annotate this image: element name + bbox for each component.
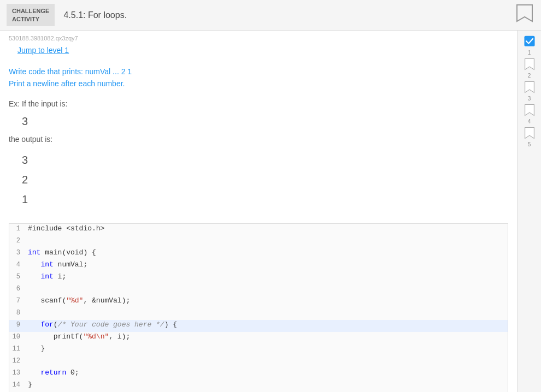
output-values: 3 2 1 xyxy=(9,146,508,212)
line-number-1: 1 xyxy=(9,224,26,233)
line-number-6: 6 xyxy=(9,284,26,293)
code-line-11: 11 } xyxy=(9,344,508,356)
line-code-8 xyxy=(26,308,508,317)
svg-marker-5 xyxy=(525,128,534,139)
line-code-13: return 0; xyxy=(26,369,508,377)
svg-marker-4 xyxy=(525,105,534,116)
content-area: 530188.3981082.qx3zqy7 Jump to level 1 W… xyxy=(0,31,517,392)
main-layout: 530188.3981082.qx3zqy7 Jump to level 1 W… xyxy=(0,31,541,392)
svg-marker-0 xyxy=(517,5,532,21)
line-code-14: } xyxy=(26,381,508,389)
output-value-3: 1 xyxy=(22,189,508,209)
code-line-4: 4 int numVal; xyxy=(9,260,508,272)
level-badge-2[interactable]: 2 xyxy=(521,58,538,79)
header-flag-icon xyxy=(515,4,534,27)
level-num-2: 2 xyxy=(528,73,531,79)
code-line-8: 8 xyxy=(9,308,508,320)
level-inactive-icon-3 xyxy=(522,81,537,95)
code-line-14: 14} xyxy=(9,380,508,392)
line-code-10: printf("%d\n", i); xyxy=(26,332,508,341)
code-line-7: 7 scanf("%d", &numVal); xyxy=(9,296,508,308)
line-number-4: 4 xyxy=(9,260,26,269)
output-value-2: 2 xyxy=(22,170,508,189)
level-badge-3[interactable]: 3 xyxy=(521,81,538,102)
level-inactive-icon-5 xyxy=(522,127,537,141)
line-code-4: int numVal; xyxy=(26,260,508,269)
svg-marker-2 xyxy=(525,59,534,70)
level-badge-1[interactable]: 1 xyxy=(521,35,538,56)
line-number-7: 7 xyxy=(9,296,26,305)
line-number-11: 11 xyxy=(9,345,26,353)
header: CHALLENGE ACTIVITY 4.5.1: For loops. xyxy=(0,0,541,31)
code-line-12: 12 xyxy=(9,356,508,368)
challenge-badge: CHALLENGE ACTIVITY xyxy=(7,4,55,26)
code-line-13: 13 return 0; xyxy=(9,368,508,380)
level-inactive-icon-4 xyxy=(522,104,537,118)
level-active-icon xyxy=(522,35,537,49)
line-number-5: 5 xyxy=(9,272,26,281)
code-line-6: 6 xyxy=(9,284,508,296)
svg-marker-3 xyxy=(525,82,534,93)
instructions-panel: Write code that prints: numVal ... 2 1 P… xyxy=(0,61,517,217)
line-code-9: for(/* Your code goes here */) { xyxy=(26,320,508,329)
level-num-1: 1 xyxy=(528,50,531,56)
line-number-9: 9 xyxy=(9,320,26,329)
level-inactive-icon-2 xyxy=(522,58,537,72)
line-number-14: 14 xyxy=(9,381,26,389)
line-code-3: int main(void) { xyxy=(26,248,508,257)
example-label: Ex: If the input is: xyxy=(9,98,508,110)
code-line-5: 5 int i; xyxy=(9,272,508,284)
level-num-4: 4 xyxy=(528,118,531,124)
level-badge-5[interactable]: 5 xyxy=(521,127,538,147)
code-line-1: 1#include <stdio.h> xyxy=(9,224,508,236)
example-input-value: 3 xyxy=(9,110,508,131)
code-line-9: 9 for(/* Your code goes here */) { xyxy=(9,320,508,332)
session-id: 530188.3981082.qx3zqy7 xyxy=(0,31,517,44)
line-code-6 xyxy=(26,284,508,293)
output-label: the output is: xyxy=(9,133,508,145)
line-number-10: 10 xyxy=(9,332,26,341)
line-code-7: scanf("%d", &numVal); xyxy=(26,296,508,305)
instruction-line1: Write code that prints: numVal ... 2 1 xyxy=(9,66,508,78)
code-line-2: 2 xyxy=(9,236,508,248)
line-code-11: } xyxy=(26,345,508,353)
level-num-3: 3 xyxy=(528,96,531,102)
level-badge-4[interactable]: 4 xyxy=(521,104,538,124)
output-value-1: 3 xyxy=(22,150,508,170)
jump-to-level-link[interactable]: Jump to level 1 xyxy=(0,44,517,61)
line-number-3: 3 xyxy=(9,248,26,257)
instruction-line2: Print a newline after each number. xyxy=(9,78,508,90)
line-code-5: int i; xyxy=(26,272,508,281)
line-code-2 xyxy=(26,236,508,245)
level-num-5: 5 xyxy=(528,141,531,147)
line-number-13: 13 xyxy=(9,369,26,377)
line-number-8: 8 xyxy=(9,308,26,317)
line-code-12 xyxy=(26,357,508,365)
code-editor[interactable]: 1#include <stdio.h>2 3int main(void) {4 … xyxy=(9,223,508,392)
right-sidebar: 1 2 3 4 5 xyxy=(517,31,541,392)
code-line-10: 10 printf("%d\n", i); xyxy=(9,332,508,344)
header-title: 4.5.1: For loops. xyxy=(63,10,127,20)
line-number-2: 2 xyxy=(9,236,26,245)
code-line-3: 3int main(void) { xyxy=(9,248,508,260)
line-code-1: #include <stdio.h> xyxy=(26,224,508,233)
line-number-12: 12 xyxy=(9,357,26,365)
